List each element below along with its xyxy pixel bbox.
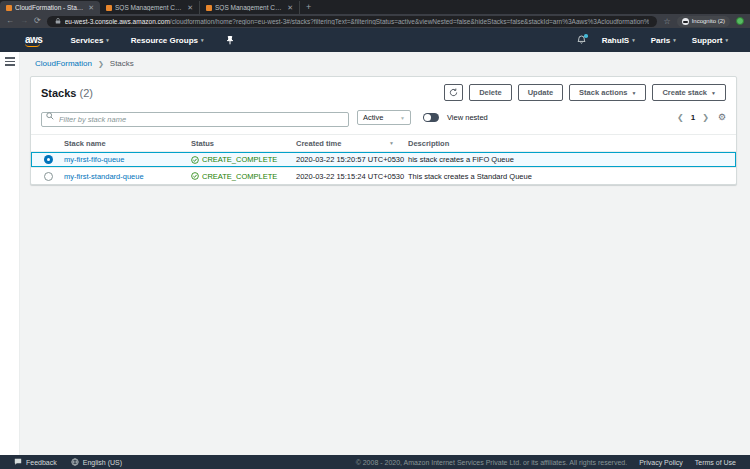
- copyright-text: © 2008 - 2020, Amazon Internet Services …: [356, 459, 628, 466]
- globe-icon: [71, 458, 79, 466]
- tab-title: CloudFormation - Stack my-firs: [15, 4, 85, 11]
- incognito-badge: Incognito (2): [677, 16, 730, 27]
- stack-actions-button[interactable]: Stack actions▼: [569, 84, 646, 101]
- check-circle-icon: [191, 156, 199, 164]
- stack-description: This stack creates a Standard Queue: [408, 172, 736, 181]
- notification-dot: [584, 34, 588, 38]
- notifications-bell-icon[interactable]: [577, 35, 586, 45]
- aws-favicon: [6, 5, 12, 11]
- terms-of-use-link[interactable]: Terms of Use: [695, 459, 736, 466]
- tab-cloudformation[interactable]: CloudFormation - Stack my-firs ✕: [0, 1, 100, 14]
- create-stack-button[interactable]: Create stack▼: [652, 84, 726, 101]
- gear-icon[interactable]: ⚙: [718, 113, 726, 122]
- stack-action-buttons: Delete Update Stack actions▼ Create stac…: [444, 84, 726, 101]
- col-description[interactable]: Description: [408, 139, 736, 148]
- url-input[interactable]: eu-west-3.console.aws.amazon.com/cloudfo…: [47, 16, 658, 27]
- browser-tab-strip: CloudFormation - Stack my-firs ✕ SQS Man…: [0, 0, 750, 14]
- pin-icon[interactable]: [226, 36, 234, 45]
- side-rail: [0, 52, 20, 455]
- aws-logo[interactable]: aws: [25, 34, 42, 47]
- tab-sqs-2[interactable]: SQS Management Console ✕: [200, 1, 300, 14]
- reload-button[interactable]: ⟳: [34, 17, 41, 25]
- url-text: eu-west-3.console.aws.amazon.com/cloudfo…: [65, 18, 650, 25]
- col-stack-name[interactable]: Stack name: [64, 139, 191, 148]
- table-row[interactable]: my-first-fifo-queue CREATE_COMPLETE 2020…: [31, 152, 736, 168]
- stack-description: his stack creates a FIFO Queue: [408, 155, 736, 164]
- check-circle-icon: [191, 172, 199, 180]
- extension-icon[interactable]: [736, 17, 744, 25]
- services-menu[interactable]: Services▾: [70, 36, 108, 45]
- breadcrumb: CloudFormation ❯ Stacks: [35, 59, 134, 68]
- table-header: Stack name Status Created time ▼ Descrip…: [31, 134, 736, 152]
- status-filter-dropdown[interactable]: Active▼: [357, 110, 411, 125]
- tab-close-icon[interactable]: ✕: [187, 4, 193, 12]
- update-button[interactable]: Update: [518, 84, 563, 101]
- col-created-time[interactable]: Created time ▼: [296, 139, 408, 148]
- pagination: ❮ 1 ❯: [677, 113, 709, 122]
- hamburger-menu-icon[interactable]: [5, 57, 15, 66]
- new-tab-button[interactable]: +: [306, 2, 311, 14]
- stacks-count: (2): [79, 87, 92, 99]
- aws-footer: Feedback English (US) © 2008 - 2020, Ama…: [0, 455, 750, 469]
- tab-sqs-1[interactable]: SQS Management Console ✕: [100, 1, 200, 14]
- tab-title: SQS Management Console: [115, 4, 184, 11]
- status-badge: CREATE_COMPLETE: [191, 172, 296, 181]
- padlock-icon: [55, 18, 61, 24]
- created-time: 2020-03-22 15:20:57 UTC+0530: [296, 155, 408, 164]
- incognito-icon: [682, 18, 689, 25]
- feedback-bubble-icon: [14, 458, 22, 466]
- browser-address-bar: ← → ⟳ eu-west-3.console.aws.amazon.com/c…: [0, 14, 750, 28]
- forward-button[interactable]: →: [20, 17, 28, 25]
- support-menu[interactable]: Support▾: [692, 36, 728, 45]
- chevron-down-icon: ▼: [711, 90, 716, 96]
- page-prev-icon[interactable]: ❮: [677, 113, 684, 122]
- breadcrumb-separator: ❯: [98, 60, 104, 68]
- account-menu[interactable]: RahulS▾: [602, 36, 635, 45]
- delete-button[interactable]: Delete: [469, 84, 512, 101]
- stacks-panel: Stacks(2) Delete Update Stack actions▼ C…: [30, 76, 737, 185]
- tab-close-icon[interactable]: ✕: [287, 4, 293, 12]
- refresh-button[interactable]: [444, 84, 463, 101]
- search-icon: [46, 112, 54, 120]
- col-status[interactable]: Status: [191, 139, 296, 148]
- privacy-policy-link[interactable]: Privacy Policy: [639, 459, 683, 466]
- stack-filter-search: [41, 108, 349, 127]
- status-badge: CREATE_COMPLETE: [191, 155, 296, 164]
- created-time: 2020-03-22 15:15:24 UTC+0530: [296, 172, 408, 181]
- feedback-link[interactable]: Feedback: [14, 458, 57, 466]
- tab-title: SQS Management Console: [215, 4, 284, 11]
- breadcrumb-cloudformation-link[interactable]: CloudFormation: [35, 59, 92, 68]
- view-nested-label: View nested: [447, 113, 488, 122]
- stack-name-link[interactable]: my-first-fifo-queue: [64, 155, 191, 164]
- resource-groups-menu[interactable]: Resource Groups▾: [131, 36, 204, 45]
- page-number[interactable]: 1: [691, 113, 695, 122]
- chevron-down-icon: ▼: [631, 90, 636, 96]
- region-menu[interactable]: Paris▾: [651, 36, 676, 45]
- bookmark-star-icon[interactable]: ☆: [663, 17, 670, 26]
- aws-favicon: [206, 5, 212, 11]
- view-nested-toggle[interactable]: [423, 113, 439, 122]
- radio-selected[interactable]: [44, 155, 53, 164]
- page-body: CloudFormation ❯ Stacks Stacks(2) Delete…: [0, 52, 750, 455]
- aws-top-nav: aws Services▾ Resource Groups▾ RahulS▾ P…: [0, 28, 750, 52]
- page-title: Stacks(2): [41, 87, 93, 99]
- stack-name-link[interactable]: my-first-standard-queue: [64, 172, 191, 181]
- breadcrumb-current: Stacks: [110, 59, 134, 68]
- radio-unselected[interactable]: [44, 172, 53, 181]
- filter-row: Active▼ View nested ❮ 1 ❯ ⚙: [31, 106, 736, 134]
- sort-desc-icon[interactable]: ▼: [389, 140, 394, 146]
- back-button[interactable]: ←: [6, 17, 14, 25]
- chevron-down-icon: ▼: [400, 115, 405, 121]
- page-next-icon[interactable]: ❯: [702, 113, 709, 122]
- table-row[interactable]: my-first-standard-queue CREATE_COMPLETE …: [31, 168, 736, 184]
- language-selector[interactable]: English (US): [71, 458, 122, 466]
- stacks-panel-header: Stacks(2) Delete Update Stack actions▼ C…: [31, 77, 736, 106]
- tab-close-icon[interactable]: ✕: [88, 4, 94, 12]
- search-input[interactable]: [41, 112, 349, 127]
- aws-favicon: [106, 5, 112, 11]
